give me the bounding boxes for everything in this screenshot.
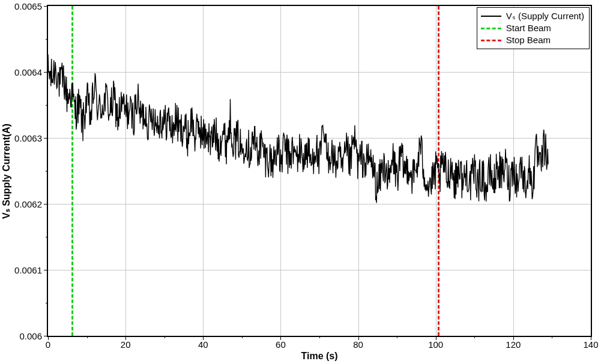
x-tick-minor xyxy=(319,336,320,338)
legend: Vₛ (Supply Current)Start BeamStop Beam xyxy=(477,7,590,49)
x-tick-minor xyxy=(552,336,552,338)
y-tick-major xyxy=(44,204,48,204)
legend-swatch xyxy=(481,16,501,17)
legend-label: Start Beam xyxy=(506,22,551,34)
legend-entry: Stop Beam xyxy=(481,34,584,46)
x-tick-label: 0 xyxy=(46,339,50,350)
y-tick-major xyxy=(44,270,48,270)
legend-label: Stop Beam xyxy=(506,34,551,46)
legend-entries: Vₛ (Supply Current)Start BeamStop Beam xyxy=(481,10,584,46)
x-tick-label: 40 xyxy=(198,339,208,350)
x-axis-title: Time (s) xyxy=(47,351,592,362)
legend-entry: Vₛ (Supply Current) xyxy=(481,10,584,22)
x-tick-label: 100 xyxy=(428,339,443,350)
legend-entry: Start Beam xyxy=(481,22,584,34)
x-tick-minor xyxy=(242,336,243,338)
y-tick-major xyxy=(44,336,48,336)
legend-label: Vₛ (Supply Current) xyxy=(506,10,584,22)
y-tick-major xyxy=(44,138,48,139)
x-tick-label: 120 xyxy=(506,339,521,350)
y-tick-major xyxy=(44,6,48,7)
y-axis-title-wrap: Vₛ Supply Current(A) xyxy=(0,5,18,337)
x-tick-minor xyxy=(474,336,475,338)
x-tick-minor xyxy=(165,336,165,338)
y-tick-major xyxy=(44,72,48,73)
series-supply-current xyxy=(48,6,591,336)
legend-swatch xyxy=(481,40,501,41)
y-axis-title: Vₛ Supply Current(A) xyxy=(1,124,12,219)
x-tick-label: 80 xyxy=(353,339,363,350)
legend-swatch xyxy=(481,28,501,29)
plot-area: Vₛ (Supply Current)Start BeamStop Beam xyxy=(47,5,592,337)
x-tick-label: 140 xyxy=(583,339,598,350)
x-tick-label: 60 xyxy=(276,339,286,350)
x-tick-minor xyxy=(87,336,88,338)
x-tick-minor xyxy=(397,336,397,338)
x-tick-label: 20 xyxy=(121,339,131,350)
